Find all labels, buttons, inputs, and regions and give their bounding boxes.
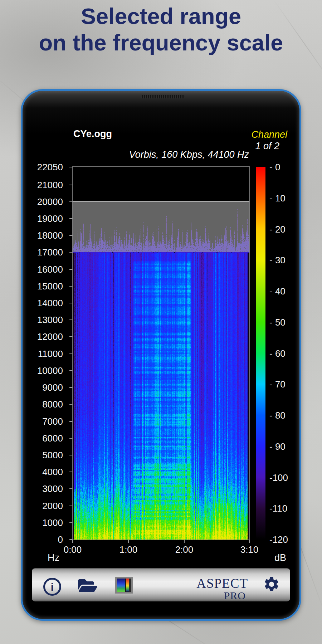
spectrogram-thumb-image [117,579,125,592]
time-tick-label: 3:10 [233,544,265,555]
time-tick-label: 0:00 [57,544,89,555]
level-tick-label: - 80 [269,410,294,421]
stream-info-label: Vorbis, 160 Kbps, 44100 Hz [129,149,249,160]
freq-tick-label: 17000 [25,247,63,258]
info-button[interactable]: i [43,578,61,596]
toolbar: i ASPECT PRO [32,568,290,601]
open-file-button[interactable] [78,577,98,594]
level-tick-label: - 60 [269,348,294,359]
page-title-line2: on the frequency scale [0,29,322,56]
freq-tick-label: 3000 [25,483,63,494]
level-tick-label: - 20 [269,224,294,235]
freq-tick-mark [69,319,73,320]
freq-tick-mark [69,488,73,489]
freq-tick-mark [69,387,73,388]
freq-tick-mark [69,522,73,523]
freq-tick-label: 5000 [25,450,63,460]
page-title: Selected range on the frequency scale [0,3,322,56]
brand-pro: PRO [196,590,246,601]
freq-tick-mark [69,421,73,422]
brand-logo: ASPECT PRO [196,577,248,601]
freq-tick-mark [69,167,73,167]
freq-tick-label: 12000 [25,331,63,342]
level-tick-label: - 90 [269,441,294,452]
freq-tick-mark [69,286,73,287]
freq-tick-label: 10000 [25,365,63,376]
level-tick-label: -110 [269,503,294,514]
info-icon: i [45,580,59,594]
freq-tick-label: 15000 [25,281,63,292]
spectrogram-plot[interactable] [72,166,250,540]
colorbar [256,167,265,540]
time-tick-mark [249,540,250,543]
freq-tick-mark [69,455,73,455]
freq-tick-mark [69,370,73,371]
level-tick-label: -120 [269,534,294,545]
time-tick-label: 2:00 [168,544,200,555]
level-tick-label: - 0 [269,162,294,172]
freq-tick-mark [69,218,73,219]
freq-tick-label: 1000 [25,517,63,528]
time-tick-label: 1:00 [112,544,145,555]
level-tick-label: -100 [269,472,294,483]
page-title-line1: Selected range [0,3,322,29]
channel-label[interactable]: Channel [251,129,287,140]
level-tick-label: - 50 [269,317,294,328]
freq-tick-mark [69,252,73,253]
freq-tick-mark [69,472,73,472]
channel-value[interactable]: 1 of 2 [255,141,279,151]
frequency-unit-label: Hz [48,552,59,563]
freq-tick-label: 20000 [25,196,63,207]
freq-tick-mark [69,506,73,506]
freq-tick-label: 16000 [25,264,63,275]
freq-tick-label: 0 [25,534,63,545]
phone-speaker [141,95,185,98]
freq-tick-mark [69,185,73,185]
level-unit-label: dB [271,552,286,563]
spectrogram-thumb-colorbar [126,579,129,592]
freq-tick-label: 14000 [25,298,63,308]
level-tick-label: - 10 [269,193,294,204]
file-name-label: CYe.ogg [73,128,112,139]
time-tick-mark [72,540,73,543]
freq-tick-label: 7000 [25,416,63,427]
freq-tick-label: 9000 [25,382,63,393]
time-tick-mark [184,540,185,543]
freq-tick-label: 18000 [25,230,63,241]
freq-tick-label: 11000 [25,348,63,359]
time-tick-mark [128,540,129,543]
level-tick-label: - 40 [269,286,294,297]
level-tick-label: - 70 [269,379,294,390]
page: Selected range on the frequency scale CY… [0,0,322,644]
freq-tick-label: 6000 [25,433,63,444]
level-tick-label: - 30 [269,255,294,265]
settings-button[interactable] [263,576,280,593]
freq-tick-mark [69,353,73,354]
freq-tick-mark [69,269,73,270]
freq-tick-label: 4000 [25,467,63,477]
freq-tick-mark [69,539,73,540]
freq-tick-label: 21000 [25,180,63,190]
brand-aspect: ASPECT [196,577,248,590]
freq-tick-label: 19000 [25,213,63,224]
freq-tick-label: 13000 [25,314,63,325]
spectrogram-thumb-margin [129,579,131,592]
freq-tick-mark [69,201,73,202]
freq-tick-label: 2000 [25,501,63,511]
freq-tick-mark [69,303,73,303]
freq-tick-mark [69,336,73,337]
freq-tick-label: 22050 [25,162,63,172]
freq-tick-mark [69,438,73,439]
freq-tick-mark [69,235,73,236]
spectrogram-view-button[interactable] [115,577,133,594]
spectrogram-canvas[interactable] [73,167,249,540]
freq-tick-mark [69,404,73,405]
freq-tick-label: 8000 [25,399,63,410]
